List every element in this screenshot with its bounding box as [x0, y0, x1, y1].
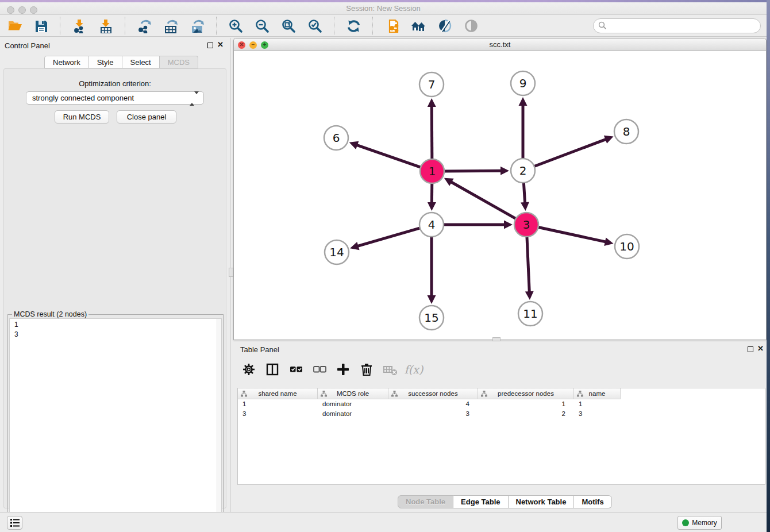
column-header-successor-nodes[interactable]: successor nodes [388, 388, 478, 399]
hide-panel-icon [463, 17, 480, 34]
save-session-icon[interactable] [32, 17, 49, 34]
table-row[interactable]: 3dominator323 [238, 409, 765, 419]
column-settings-gear-icon[interactable] [241, 362, 256, 377]
export-network-icon[interactable] [136, 17, 153, 34]
tab-node-table[interactable]: Node Table [398, 495, 453, 508]
style-preview-icon[interactable] [436, 17, 453, 34]
export-table-icon[interactable] [162, 17, 179, 34]
column-header-label: successor nodes [408, 390, 457, 397]
graph-node-8[interactable]: 8 [614, 119, 638, 144]
home-layout-icon[interactable] [410, 17, 427, 34]
table-row[interactable]: 1dominator411 [238, 399, 765, 409]
graph-edge-1-2[interactable] [443, 167, 509, 175]
table-cell[interactable]: dominator [318, 399, 388, 409]
vertical-splitter-grip[interactable] [229, 268, 233, 277]
graph-node-11[interactable]: 11 [518, 302, 542, 326]
graph-edge-2-3[interactable] [521, 182, 529, 211]
column-header-label: name [589, 390, 606, 397]
task-history-button[interactable] [7, 516, 22, 530]
table-cell[interactable]: 1 [238, 399, 318, 409]
network-window-titlebar[interactable]: scc.txt ✕−+ [234, 38, 766, 51]
tab-network-table[interactable]: Network Table [509, 495, 575, 508]
graph-node-6[interactable]: 6 [324, 126, 348, 150]
table-cell[interactable]: 1 [574, 399, 621, 409]
tab-motifs[interactable]: Motifs [574, 495, 611, 508]
graph-node-14[interactable]: 14 [325, 240, 349, 264]
table-cell[interactable]: 3 [388, 409, 478, 419]
close-panel-icon[interactable]: ✕ [217, 40, 224, 49]
zoom-out-icon[interactable] [253, 17, 271, 34]
graph-node-1[interactable]: 1 [420, 159, 444, 183]
tab-select[interactable]: Select [122, 56, 160, 68]
tab-mcds[interactable]: MCDS [160, 56, 198, 68]
graph-node-7[interactable]: 7 [419, 72, 444, 97]
export-image-icon[interactable] [188, 17, 206, 34]
column-header-predecessor-nodes[interactable]: predecessor nodes [478, 388, 574, 399]
tab-style[interactable]: Style [89, 56, 122, 68]
run-mcds-button[interactable]: Run MCDS [55, 110, 109, 124]
split-panel-icon[interactable] [265, 362, 280, 377]
graph-edge-3-1[interactable] [444, 178, 517, 219]
import-table-icon[interactable] [97, 17, 114, 34]
unselect-all-columns-icon[interactable] [312, 362, 327, 377]
svg-text:15: 15 [424, 311, 438, 325]
svg-text:7: 7 [428, 78, 436, 91]
table-cell[interactable]: 3 [238, 409, 318, 419]
mcds-pane: Optimization criterion: strongly connect… [3, 68, 226, 508]
import-network-icon[interactable] [71, 17, 88, 34]
graph-edge-3-10[interactable] [537, 227, 614, 246]
memory-button[interactable]: Memory [677, 516, 722, 530]
close-panel-button[interactable]: Close panel [117, 110, 176, 124]
mcds-result-text[interactable]: 13 [9, 318, 222, 532]
graph-edge-2-9[interactable] [519, 97, 528, 160]
table-cell[interactable]: 2 [478, 409, 574, 419]
window-zoom-button[interactable]: + [261, 41, 268, 49]
table-cell[interactable]: 4 [388, 399, 478, 409]
graph-node-9[interactable]: 9 [511, 71, 535, 95]
float-table-panel-icon[interactable] [748, 346, 753, 352]
graph-edge-4-15[interactable] [428, 236, 436, 304]
window-minimize-button[interactable]: − [249, 41, 257, 49]
zoom-fit-icon[interactable] [280, 17, 297, 34]
clone-network-icon[interactable] [383, 17, 401, 34]
table-toolbar: f(x) [241, 357, 421, 382]
graph-edge-1-4[interactable] [428, 182, 436, 211]
close-table-panel-icon[interactable]: ✕ [757, 344, 764, 353]
table-cell[interactable]: 3 [574, 409, 621, 419]
graph-node-3[interactable]: 3 [514, 213, 538, 237]
search-input[interactable] [593, 18, 761, 33]
window-close-button[interactable]: ✕ [238, 41, 245, 49]
add-column-icon[interactable] [336, 362, 351, 377]
column-header-MCDS-role[interactable]: MCDS role [318, 388, 388, 399]
table-cell[interactable]: 1 [478, 399, 574, 409]
graph-node-2[interactable]: 2 [511, 159, 535, 183]
graph-edge-1-6[interactable] [349, 141, 422, 168]
delete-column-icon[interactable] [359, 362, 374, 377]
graph-node-15[interactable]: 15 [419, 306, 444, 330]
graph-edge-4-14[interactable] [350, 228, 421, 250]
column-header-name[interactable]: name [574, 388, 621, 399]
open-session-icon[interactable] [6, 17, 23, 34]
graph-edge-3-11[interactable] [525, 236, 534, 300]
table-cell[interactable]: dominator [318, 409, 388, 419]
graph-edge-1-7[interactable] [428, 98, 436, 160]
zoom-selected-icon[interactable] [306, 17, 324, 34]
graph-node-10[interactable]: 10 [615, 234, 639, 259]
column-type-icon [321, 391, 327, 397]
network-canvas[interactable]: 1234678910111415 [234, 51, 766, 340]
float-panel-icon[interactable] [207, 43, 213, 48]
zoom-in-icon[interactable] [227, 17, 244, 34]
tab-network[interactable]: Network [44, 56, 89, 68]
tab-edge-table[interactable]: Edge Table [453, 495, 508, 508]
graph-edge-4-3[interactable] [442, 221, 513, 229]
list-icon [10, 518, 20, 527]
graph-node-4[interactable]: 4 [419, 213, 444, 237]
graph-edge-2-8[interactable] [533, 136, 614, 167]
refresh-layout-icon[interactable] [345, 17, 362, 34]
column-header-shared-name[interactable]: shared name [238, 388, 318, 399]
result-scrollbar[interactable] [217, 319, 221, 531]
horizontal-splitter-grip[interactable] [492, 337, 500, 341]
svg-text:4: 4 [428, 218, 436, 232]
optimization-criterion-select[interactable]: strongly connected component [26, 91, 204, 105]
select-all-columns-icon[interactable] [288, 362, 303, 377]
